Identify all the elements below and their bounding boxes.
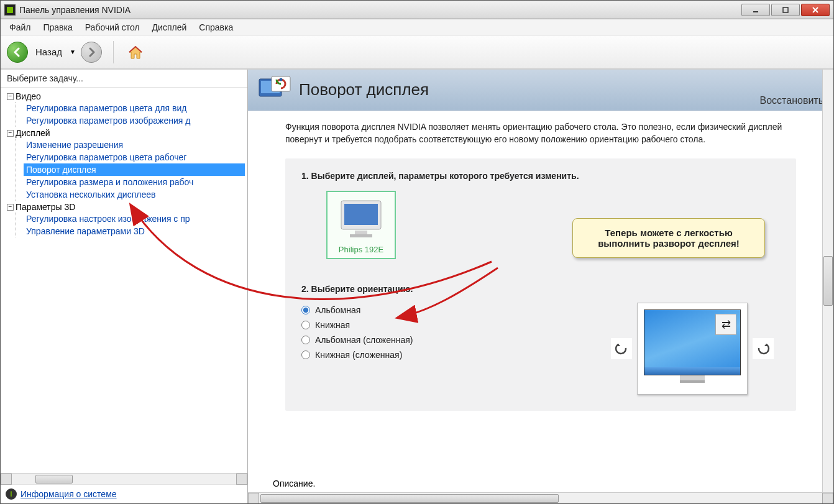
tree-leaf-video-image[interactable]: Регулировка параметров изображения д bbox=[24, 114, 245, 127]
toolbar: Назад ▼ bbox=[1, 35, 833, 69]
page-header: Поворот дисплея Восстановить bbox=[248, 70, 833, 111]
tree-leaf-video-color[interactable]: Регулировка параметров цвета для вид bbox=[24, 102, 245, 114]
home-button[interactable] bbox=[125, 42, 146, 63]
monitor-label: Philips 192E bbox=[337, 245, 385, 254]
tree-group-label: Параметры 3D bbox=[16, 202, 75, 212]
page-title: Поворот дисплея bbox=[299, 80, 760, 99]
radio-input[interactable] bbox=[301, 336, 310, 344]
radio-input[interactable] bbox=[301, 306, 310, 314]
monitor-icon bbox=[337, 198, 385, 239]
back-label: Назад bbox=[35, 47, 62, 57]
tree-leaf-multi-display[interactable]: Установка нескольких дисплеев bbox=[24, 188, 245, 201]
menubar: Файл Правка Рабочий стол Дисплей Справка bbox=[1, 19, 833, 35]
sidebar-header: Выберите задачу... bbox=[1, 70, 247, 88]
maximize-button[interactable] bbox=[771, 4, 800, 16]
radio-landscape[interactable]: Альбомная bbox=[301, 303, 413, 318]
restore-link[interactable]: Восстановить bbox=[760, 95, 823, 106]
toolbar-separator bbox=[113, 41, 114, 63]
main-h-scrollbar[interactable] bbox=[248, 492, 833, 503]
radio-label: Альбомная (сложенная) bbox=[315, 335, 413, 345]
radio-label: Альбомная bbox=[315, 305, 360, 315]
collapse-icon[interactable]: − bbox=[7, 130, 14, 137]
back-button[interactable] bbox=[7, 42, 28, 63]
tree-leaf-resolution[interactable]: Изменение разрешения bbox=[24, 139, 245, 151]
window-controls bbox=[740, 4, 830, 16]
tree-group-display[interactable]: − Дисплей bbox=[7, 127, 245, 139]
radio-label: Книжная (сложенная) bbox=[315, 350, 402, 360]
preview-column: ⇄ bbox=[611, 303, 780, 395]
display-selector[interactable]: Philips 192E bbox=[326, 191, 396, 259]
svg-rect-10 bbox=[344, 204, 378, 225]
rotate-display-icon bbox=[258, 75, 291, 105]
callout-text: Теперь можете с легкостью выполнить разв… bbox=[598, 227, 740, 249]
sidebar: Выберите задачу... − Видео Регулировка п… bbox=[1, 70, 248, 503]
tree-group-video[interactable]: − Видео bbox=[7, 91, 245, 102]
orientation-row: Альбомная Книжная Альбомная (сложенная) bbox=[301, 303, 780, 395]
page-description: Функция поворота дисплея NVIDIA позволяе… bbox=[285, 121, 796, 146]
preview-taskbar bbox=[644, 367, 740, 375]
collapse-icon[interactable]: − bbox=[7, 204, 14, 211]
radio-portrait[interactable]: Книжная bbox=[301, 318, 413, 332]
scrollbar-thumb[interactable] bbox=[35, 475, 73, 483]
radio-landscape-flipped[interactable]: Альбомная (сложенная) bbox=[301, 332, 413, 347]
menu-file[interactable]: Файл bbox=[3, 22, 37, 32]
task-tree: − Видео Регулировка параметров цвета для… bbox=[1, 88, 247, 473]
titlebar: Панель управления NVIDIA bbox=[1, 1, 833, 19]
rotate-ccw-button[interactable] bbox=[611, 338, 632, 359]
back-dropdown-icon[interactable]: ▼ bbox=[70, 48, 76, 55]
content-area: Функция поворота дисплея NVIDIA позволяе… bbox=[248, 111, 833, 475]
info-icon: i bbox=[6, 488, 17, 500]
close-button[interactable] bbox=[801, 4, 830, 16]
rotate-arrows-icon: ⇄ bbox=[715, 314, 736, 335]
menu-desktop[interactable]: Рабочий стол bbox=[79, 22, 146, 32]
collapse-icon[interactable]: − bbox=[7, 93, 14, 100]
rotate-cw-button[interactable] bbox=[753, 338, 774, 359]
nvidia-icon bbox=[4, 4, 16, 16]
svg-rect-1 bbox=[783, 7, 788, 12]
window-title: Панель управления NVIDIA bbox=[19, 5, 131, 15]
menu-edit[interactable]: Правка bbox=[37, 22, 78, 32]
tree-leaf-size-position[interactable]: Регулировка размера и положения рабоч bbox=[24, 176, 245, 188]
body: Выберите задачу... − Видео Регулировка п… bbox=[1, 69, 833, 503]
tree-group-label: Дисплей bbox=[16, 128, 50, 138]
sidebar-footer: i Информация о системе bbox=[1, 484, 247, 503]
tree-leaf-rotate-display[interactable]: Поворот дисплея bbox=[24, 163, 245, 176]
main-panel: Поворот дисплея Восстановить Функция пов… bbox=[248, 70, 833, 503]
step1-title: 1. Выберите дисплей, параметры которого … bbox=[301, 171, 780, 181]
preview-stand bbox=[680, 375, 705, 383]
settings-panel: 1. Выберите дисплей, параметры которого … bbox=[285, 158, 796, 411]
orientation-radios: Альбомная Книжная Альбомная (сложенная) bbox=[301, 303, 413, 362]
tree-leaf-3d-image[interactable]: Регулировка настроек изображения с пр bbox=[24, 213, 245, 225]
system-info-link[interactable]: Информация о системе bbox=[21, 489, 117, 499]
radio-input[interactable] bbox=[301, 321, 310, 329]
radio-input[interactable] bbox=[301, 351, 310, 359]
tree-group-3d[interactable]: − Параметры 3D bbox=[7, 201, 245, 213]
tree-leaf-desktop-color[interactable]: Регулировка параметров цвета рабочег bbox=[24, 151, 245, 163]
preview-monitor: ⇄ bbox=[637, 303, 748, 395]
sidebar-h-scrollbar[interactable] bbox=[1, 473, 247, 484]
svg-rect-12 bbox=[350, 234, 372, 237]
tree-leaf-3d-manage[interactable]: Управление параметрами 3D bbox=[24, 225, 245, 237]
svg-point-8 bbox=[280, 78, 283, 81]
app-window: Панель управления NVIDIA Файл Правка Раб… bbox=[0, 0, 834, 504]
forward-button[interactable] bbox=[81, 42, 102, 63]
main-v-scrollbar[interactable] bbox=[822, 70, 833, 492]
svg-rect-11 bbox=[355, 231, 367, 234]
step2-title: 2. Выберите ориентацию. bbox=[301, 284, 780, 294]
menu-help[interactable]: Справка bbox=[193, 22, 239, 32]
menu-display[interactable]: Дисплей bbox=[146, 22, 193, 32]
tree-group-label: Видео bbox=[16, 91, 41, 101]
radio-label: Книжная bbox=[315, 320, 350, 330]
scrollbar-thumb[interactable] bbox=[823, 256, 833, 306]
scrollbar-thumb[interactable] bbox=[260, 494, 559, 503]
minimize-button[interactable] bbox=[741, 4, 770, 16]
radio-portrait-flipped[interactable]: Книжная (сложенная) bbox=[301, 347, 413, 362]
preview-screen: ⇄ bbox=[644, 309, 741, 375]
help-callout: Теперь можете с легкостью выполнить разв… bbox=[572, 218, 765, 258]
description-label: Описание. bbox=[248, 475, 833, 492]
